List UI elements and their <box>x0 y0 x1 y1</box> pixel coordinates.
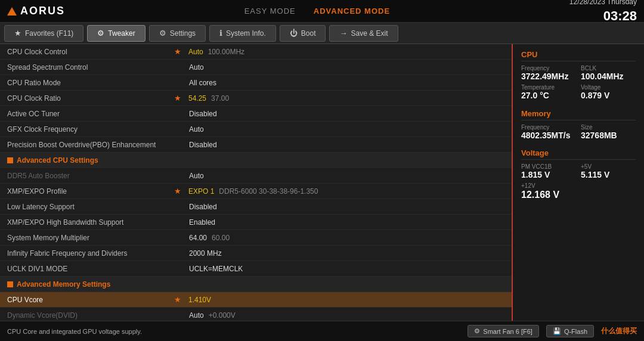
watermark-text: 什么值得买 <box>601 326 637 336</box>
settings-row[interactable]: GFX Clock Frequency Auto <box>0 122 512 137</box>
row-value-main: 1.410V <box>188 296 211 304</box>
tab-label-settings: Settings <box>170 29 196 38</box>
mem-size-value: 32768MB <box>581 131 636 141</box>
advanced-mode-label[interactable]: ADVANCED MODE <box>314 7 390 16</box>
settings-row[interactable]: UCLK DIV1 MODE UCLK=MEMCLK <box>0 261 512 277</box>
row-value-container: UCLK=MEMCLK <box>174 265 243 273</box>
row-value-main: Disabled <box>189 141 217 149</box>
tab-favorites[interactable]: ★Favorites (F11) <box>4 25 83 42</box>
qflash-label: Q-Flash <box>564 328 587 335</box>
settings-row[interactable]: XMP/EXPO High Bandwidth Support Enabled <box>0 215 512 230</box>
row-name: Active OC Tuner <box>7 110 174 118</box>
row-value-secondary: +0.000V <box>209 311 236 320</box>
smart-fan-button[interactable]: ⚙ Smart Fan 6 [F6] <box>467 325 539 337</box>
row-value-main: Auto <box>189 63 204 72</box>
row-value-secondary: 100.00MHz <box>208 48 244 56</box>
tab-label-tweaker: Tweaker <box>108 29 135 38</box>
row-name: System Memory Multiplier <box>7 234 174 242</box>
settings-row[interactable]: XMP/EXPO Profile ★ EXPO 1 DDR5-6000 30-3… <box>0 184 512 199</box>
settings-row[interactable]: Active OC Tuner Disabled <box>0 106 512 122</box>
bottom-tools: ⚙ Smart Fan 6 [F6] 💾 Q-Flash 什么值得买 <box>467 325 637 337</box>
settings-row[interactable]: Advanced CPU Settings <box>0 153 512 168</box>
datetime: 12/28/2023 Thursday 03:28 <box>569 0 637 25</box>
time-text: 03:28 <box>569 7 637 26</box>
settings-row[interactable]: CPU Clock Control ★ Auto 100.00MHz <box>0 44 512 60</box>
settings-row[interactable]: CPU Ratio Mode All cores <box>0 75 512 91</box>
row-name: CPU Ratio Mode <box>7 79 174 87</box>
tab-saveexit[interactable]: →Save & Exit <box>329 25 398 42</box>
memory-section: Memory Frequency 4802.35MT/s Size 32768M… <box>521 109 636 141</box>
row-value-main: Disabled <box>189 203 217 211</box>
row-name: XMP/EXPO Profile <box>7 187 174 196</box>
row-value-container: ★ 54.25 37.00 <box>174 94 229 103</box>
tab-label-favorites: Favorites (F11) <box>25 29 73 38</box>
settings-row[interactable]: Dynamic Vcore(DVID) Auto +0.000V <box>0 308 512 321</box>
settings-row[interactable]: Advanced Memory Settings <box>0 277 512 292</box>
row-value-container: Enabled <box>174 218 215 227</box>
main-content: CPU Clock Control ★ Auto 100.00MHz Sprea… <box>0 44 644 321</box>
row-value-main: 64.00 <box>189 234 207 242</box>
section-label: Advanced CPU Settings <box>17 156 98 165</box>
voltage-section-title: Voltage <box>521 148 636 160</box>
pmvcc-label: PM VCC1B <box>521 163 576 170</box>
settings-row[interactable]: CPU Clock Ratio ★ 54.25 37.00 <box>0 91 512 106</box>
pmvcc-value: 1.815 V <box>521 170 576 180</box>
smart-fan-label: Smart Fan 6 [F6] <box>483 328 532 335</box>
row-value-container: ★ EXPO 1 DDR5-6000 30-38-38-96-1.350 <box>174 187 318 196</box>
v12-value: 12.168 V <box>521 189 636 200</box>
row-value-main: All cores <box>189 79 216 87</box>
cpu-section-title: CPU <box>521 50 636 61</box>
cpu-bclk-value: 100.04MHz <box>581 72 636 82</box>
row-name: Low Latency Support <box>7 203 174 211</box>
easy-mode-label[interactable]: EASY MODE <box>244 7 296 16</box>
tab-icon-sysinfo: ℹ <box>219 29 222 38</box>
row-value-container: Disabled <box>174 203 217 211</box>
section-icon <box>7 281 13 287</box>
tab-label-boot: Boot <box>301 29 316 38</box>
right-panel: CPU Frequency 3722.49MHz BCLK 100.04MHz … <box>513 44 644 321</box>
settings-panel[interactable]: CPU Clock Control ★ Auto 100.00MHz Sprea… <box>0 44 513 321</box>
row-value-container: Disabled <box>174 141 217 149</box>
tab-label-saveexit: Save & Exit <box>351 29 388 38</box>
row-value-main: UCLK=MEMCLK <box>189 265 243 273</box>
star-icon: ★ <box>174 295 181 304</box>
settings-row[interactable]: Low Latency Support Disabled <box>0 199 512 215</box>
tab-icon-favorites: ★ <box>14 29 21 38</box>
logo: AORUS <box>7 5 65 17</box>
tab-settings[interactable]: ⚙Settings <box>149 25 206 42</box>
row-name: Spread Spectrum Control <box>7 63 174 72</box>
row-value-container: Disabled <box>174 110 217 118</box>
row-value-container: ★ 1.410V <box>174 295 211 304</box>
row-name: Infinity Fabric Frequency and Dividers <box>7 249 174 258</box>
row-value-container: All cores <box>174 79 216 87</box>
settings-row[interactable]: CPU Vcore ★ 1.410V <box>0 292 512 308</box>
settings-row[interactable]: DDR5 Auto Booster Auto <box>0 168 512 184</box>
row-name: Dynamic Vcore(DVID) <box>7 311 174 320</box>
settings-row[interactable]: Precision Boost Overdrive(PBO) Enhanceme… <box>0 137 512 153</box>
tab-icon-tweaker: ⚙ <box>97 29 104 38</box>
cpu-volt-label: Voltage <box>581 84 636 91</box>
tab-sysinfo[interactable]: ℹSystem Info. <box>209 25 276 42</box>
fan-icon: ⚙ <box>474 327 480 335</box>
tab-label-sysinfo: System Info. <box>226 29 266 38</box>
row-value-main: Auto <box>189 125 204 134</box>
qflash-button[interactable]: 💾 Q-Flash <box>546 325 594 337</box>
star-icon: ★ <box>174 187 181 196</box>
date-text: 12/28/2023 Thursday <box>569 0 637 7</box>
row-value-secondary: 60.00 <box>212 234 230 242</box>
section-label: Advanced Memory Settings <box>17 280 110 289</box>
tab-boot[interactable]: ⏻Boot <box>280 25 326 42</box>
tab-icon-settings: ⚙ <box>159 29 166 38</box>
row-value-container: Auto +0.000V <box>174 311 236 320</box>
bottom-info-text: CPU Core and integrated GPU voltage supp… <box>7 328 142 335</box>
tab-tweaker[interactable]: ⚙Tweaker <box>87 25 145 42</box>
settings-row[interactable]: System Memory Multiplier 64.00 60.00 <box>0 230 512 246</box>
row-value-main: Enabled <box>189 218 215 227</box>
settings-row[interactable]: Infinity Fabric Frequency and Dividers 2… <box>0 246 512 261</box>
v5-label: +5V <box>581 163 636 170</box>
row-value-main: 54.25 <box>188 94 206 103</box>
row-value-container: Auto <box>174 172 204 180</box>
row-value-secondary: DDR5-6000 30-38-38-96-1.350 <box>219 187 318 196</box>
settings-row[interactable]: Spread Spectrum Control Auto <box>0 60 512 75</box>
row-value-container: 2000 MHz <box>174 249 222 258</box>
